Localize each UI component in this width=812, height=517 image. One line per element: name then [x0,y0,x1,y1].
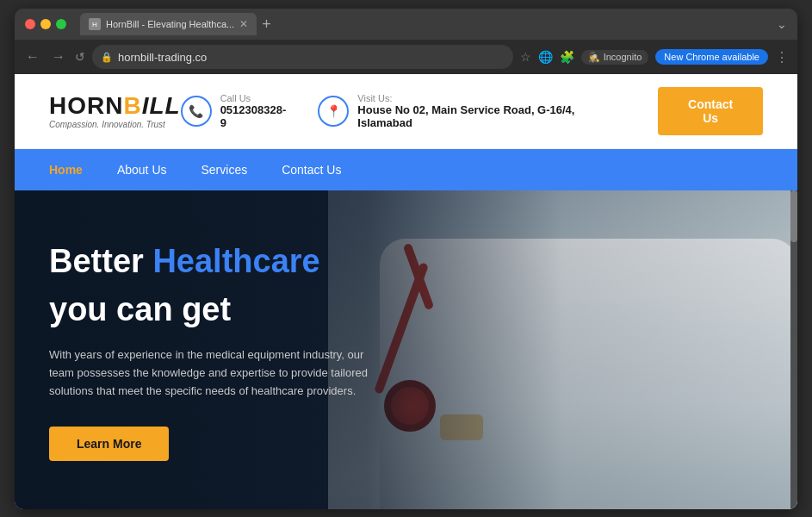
phone-info: Call Us 0512308328-9 [220,93,293,129]
header-contact: 📞 Call Us 0512308328-9 📍 Visit Us: House… [181,87,763,135]
tab-title: HornBill - Elevating Healthca... [106,19,234,29]
logo-bill: ILL [142,92,181,119]
tab-bar: H HornBill - Elevating Healthca... ✕ + ⌄ [80,13,787,35]
visit-address: House No 02, Main Service Road, G-16/4, … [357,103,632,129]
browser-menu-btn[interactable]: ⋮ [775,49,789,65]
lock-icon: 🔒 [101,52,113,63]
titlebar: H HornBill - Elevating Healthca... ✕ + ⌄ [15,9,797,40]
minimize-traffic-light[interactable] [40,19,51,29]
logo: HORNBILL Compassion. Innovation. Trust [49,94,181,129]
call-number: 0512308328-9 [220,103,293,129]
address-info: Visit Us: House No 02, Main Service Road… [357,93,632,129]
phone-icon: 📞 [181,96,212,127]
logo-b: B [123,92,141,119]
nav-link-contact[interactable]: Contact Us [282,151,341,189]
hero-title-highlight: Healthcare [152,243,319,279]
hero-title: Better Healthcare [49,242,411,282]
url-text: hornbill-trading.co [118,51,207,64]
globe-icon[interactable]: 🌐 [538,50,553,64]
address-contact: 📍 Visit Us: House No 02, Main Service Ro… [318,93,632,129]
call-label: Call Us [220,93,293,103]
incognito-icon: 🕵 [588,52,600,63]
nav-item-about[interactable]: About Us [117,162,167,178]
refresh-btn[interactable]: ↺ [75,50,85,64]
visit-label: Visit Us: [357,93,632,103]
nav-item-services[interactable]: Services [201,162,248,178]
logo-horn: HORN [49,92,123,119]
hero-subtitle: you can get [49,290,411,330]
nav-link-home[interactable]: Home [49,151,83,189]
maximize-traffic-light[interactable] [56,19,66,29]
new-tab-btn[interactable]: + [262,16,271,34]
hero-description: With years of experience in the medical … [49,346,376,400]
incognito-badge: 🕵 Incognito [581,50,649,65]
browser-window: H HornBill - Elevating Healthca... ✕ + ⌄… [15,9,797,509]
extension-icon[interactable]: 🧩 [560,50,574,64]
site-nav: Home About Us Services Contact Us [15,149,797,190]
logo-tagline: Compassion. Innovation. Trust [49,120,181,129]
nav-link-about[interactable]: About Us [117,151,167,189]
logo-text: HORNBILL [49,94,181,118]
incognito-label: Incognito [604,52,642,62]
learn-more-btn[interactable]: Learn More [49,427,169,461]
address-bar[interactable]: 🔒 hornbill-trading.co [92,45,513,69]
back-btn[interactable]: ← [23,49,42,65]
nav-item-contact[interactable]: Contact Us [282,162,341,178]
nav-item-home[interactable]: Home [49,162,83,178]
bookmark-icon[interactable]: ☆ [520,50,531,64]
hero-section: Better Healthcare you can get With years… [15,190,797,509]
tab-favicon: H [89,18,101,30]
nav-link-services[interactable]: Services [201,151,248,189]
forward-btn[interactable]: → [49,49,68,65]
toolbar-actions: ☆ 🌐 🧩 🕵 Incognito New Chrome available ⋮ [520,49,789,65]
header-contact-btn[interactable]: Contact Us [658,87,763,135]
hero-title-normal: Better [49,243,144,279]
website: HORNBILL Compassion. Innovation. Trust 📞… [15,74,797,509]
traffic-lights [25,19,66,29]
nav-links: Home About Us Services Contact Us [49,162,341,178]
browser-toolbar: ← → ↺ 🔒 hornbill-trading.co ☆ 🌐 🧩 🕵 Inco… [15,40,797,74]
site-header: HORNBILL Compassion. Innovation. Trust 📞… [15,74,797,149]
phone-contact: 📞 Call Us 0512308328-9 [181,93,293,129]
chrome-update-btn[interactable]: New Chrome available [655,49,768,65]
tab-expand-btn[interactable]: ⌄ [777,17,787,31]
location-icon: 📍 [318,96,349,127]
hero-content: Better Healthcare you can get With years… [15,190,445,495]
close-traffic-light[interactable] [25,19,35,29]
tab-close-btn[interactable]: ✕ [239,18,248,30]
active-tab[interactable]: H HornBill - Elevating Healthca... ✕ [80,13,257,35]
